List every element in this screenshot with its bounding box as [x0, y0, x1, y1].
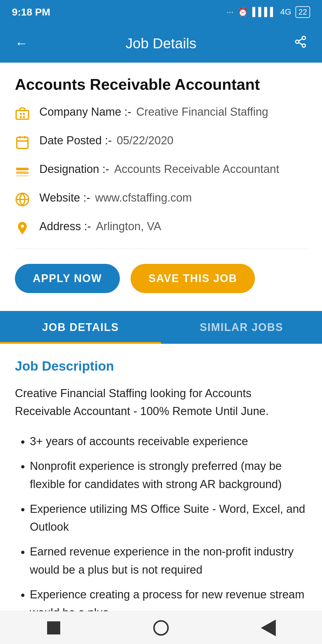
svg-line-3 [299, 43, 303, 45]
action-buttons: APPLY NOW SAVE THIS JOB [15, 258, 307, 302]
back-nav-button[interactable] [256, 616, 280, 640]
designation-detail-row: Designation :- Accounts Receivable Accou… [15, 163, 307, 181]
job-title: Accounts Receivable Accountant [15, 75, 307, 95]
tabs-container: JOB DETAILS SIMILAR JOBS [0, 311, 322, 344]
triangle-icon [261, 620, 276, 636]
svg-rect-6 [20, 113, 22, 115]
svg-rect-15 [16, 171, 29, 174]
tab-similar-jobs[interactable]: SIMILAR JOBS [161, 311, 322, 344]
list-item: Earned revenue experience in the non-pro… [30, 543, 307, 579]
svg-rect-7 [23, 113, 25, 115]
list-item: Nonprofit experience is strongly preferr… [30, 457, 307, 493]
description-card: Job Description Creative Financial Staff… [0, 344, 322, 644]
apply-now-button[interactable]: APPLY NOW [15, 264, 120, 293]
tab-job-details-label: JOB DETAILS [42, 321, 119, 334]
back-button[interactable]: ← [15, 36, 28, 51]
recent-apps-button[interactable] [149, 616, 173, 640]
signal-dots-icon: ··· [227, 7, 233, 17]
bottom-nav [0, 611, 322, 644]
designation-label: Designation :- [39, 163, 112, 175]
tab-job-details[interactable]: JOB DETAILS [0, 311, 161, 344]
description-intro: Creative Financial Staffing looking for … [15, 384, 307, 421]
company-detail-row: Company Name :- Creative Financial Staff… [15, 106, 307, 124]
status-icons: ··· ⏰ ▌▌▌▌ 4G 22 [227, 6, 310, 18]
designation-value: Accounts Receivable Accountant [114, 163, 279, 175]
square-icon [47, 621, 60, 634]
circle-icon [153, 620, 169, 636]
share-button[interactable] [294, 35, 307, 51]
date-info: Date Posted :- 05/22/2020 [39, 134, 174, 147]
date-detail-row: Date Posted :- 05/22/2020 [15, 134, 307, 153]
svg-rect-5 [16, 110, 29, 119]
address-icon [15, 221, 33, 239]
calendar-icon [15, 135, 33, 153]
website-icon [15, 192, 33, 210]
svg-rect-16 [16, 175, 29, 176]
list-item: Experience utilizing MS Office Suite - W… [30, 500, 307, 536]
address-info: Address :- Arlington, VA [39, 220, 161, 233]
status-time: 9:18 PM [12, 6, 50, 18]
alarm-icon: ⏰ [238, 7, 248, 17]
website-label: Website :- [39, 191, 93, 204]
svg-rect-9 [23, 116, 25, 118]
description-list: 3+ years of accounts receivable experien… [15, 432, 307, 622]
address-value: Arlington, VA [96, 220, 161, 233]
address-detail-row: Address :- Arlington, VA [15, 220, 307, 239]
battery-indicator: 22 [295, 6, 310, 18]
address-label: Address :- [39, 220, 94, 233]
company-value: Creative Financial Staffing [136, 106, 268, 118]
tab-similar-jobs-label: SIMILAR JOBS [200, 321, 283, 334]
company-label: Company Name :- [39, 106, 134, 118]
website-info: Website :- www.cfstaffing.com [39, 191, 192, 204]
description-heading: Job Description [15, 359, 307, 374]
svg-rect-8 [20, 116, 22, 118]
signal-bars-icon: ▌▌▌▌ [252, 7, 276, 17]
svg-rect-14 [16, 168, 29, 170]
divider [15, 249, 307, 249]
svg-rect-10 [17, 137, 28, 148]
svg-line-4 [299, 39, 303, 41]
website-detail-row: Website :- www.cfstaffing.com [15, 191, 307, 210]
date-value: 05/22/2020 [117, 134, 173, 147]
designation-icon [15, 163, 33, 181]
status-bar: 9:18 PM ··· ⏰ ▌▌▌▌ 4G 22 [0, 0, 322, 24]
list-item: 3+ years of accounts receivable experien… [30, 432, 307, 451]
network-4g-icon: 4G [280, 7, 291, 17]
date-label: Date Posted :- [39, 134, 115, 147]
website-value: www.cfstaffing.com [95, 191, 192, 204]
home-button[interactable] [42, 616, 66, 640]
company-info: Company Name :- Creative Financial Staff… [39, 106, 268, 118]
main-content: Accounts Receivable Accountant Company N… [0, 63, 322, 311]
designation-info: Designation :- Accounts Receivable Accou… [39, 163, 279, 176]
save-job-button[interactable]: SAVE THIS JOB [131, 264, 255, 293]
app-header: ← Job Details [0, 24, 322, 63]
page-title: Job Details [126, 35, 196, 52]
company-icon [15, 106, 33, 124]
